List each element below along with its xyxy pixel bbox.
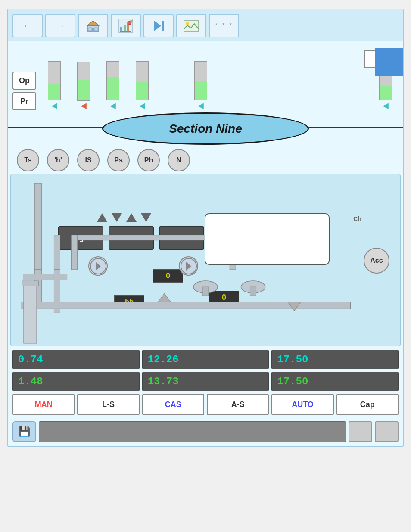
svg-rect-20 <box>54 235 60 270</box>
man-btn[interactable]: MAN <box>12 394 75 415</box>
chart-btn[interactable] <box>111 14 141 37</box>
instrument-col-2: ◀ <box>71 62 97 110</box>
cap-btn[interactable]: Cap <box>336 394 399 415</box>
sensor-ts[interactable]: Ts <box>17 149 39 171</box>
svg-rect-26 <box>250 287 256 296</box>
instrument-row: Op Pr ◀ ◀ ◀ ◀ <box>8 41 403 110</box>
bar-4 <box>136 61 149 100</box>
instrument-col-5: ◀ <box>188 61 214 110</box>
bar-fill-1 <box>48 84 60 100</box>
svg-rect-3 <box>89 28 92 31</box>
sensor-is[interactable]: IS <box>77 149 100 171</box>
bar-2 <box>77 62 90 101</box>
data-val-1[interactable]: 0.74 <box>12 350 140 369</box>
bar-fill-6 <box>380 86 392 100</box>
section-title: Section Nine <box>169 122 242 136</box>
main-container: ← → <box>7 9 404 447</box>
arrow-1: ◀ <box>51 101 57 110</box>
arrow-red-2: ◀ <box>81 101 87 110</box>
svg-marker-27 <box>158 293 171 302</box>
svg-marker-1 <box>87 21 99 26</box>
op-pr-buttons: Op Pr <box>12 72 36 110</box>
pump-2 <box>179 256 198 276</box>
pump-1 <box>88 256 108 276</box>
data-val-6[interactable]: 17.50 <box>271 372 399 391</box>
forward-btn[interactable]: → <box>45 14 75 37</box>
bar-3 <box>106 61 119 100</box>
blue-square-indicator <box>375 48 403 76</box>
arrow-5: ◀ <box>198 101 204 110</box>
as-btn[interactable]: A-S <box>207 394 269 415</box>
sensor-ph[interactable]: Ph <box>137 149 160 171</box>
data-displays: 0.74 12.26 17.50 1.48 13.73 17.50 <box>8 350 403 394</box>
popup-box <box>205 213 330 265</box>
svg-marker-13 <box>154 21 161 31</box>
arrow-3: ◀ <box>110 101 116 110</box>
svg-rect-14 <box>162 21 164 31</box>
home-btn[interactable] <box>78 14 108 37</box>
bar-1 <box>48 61 61 100</box>
instrument-col-3: ◀ <box>100 61 126 110</box>
svg-rect-24 <box>202 287 209 296</box>
bar-fill-2 <box>78 80 90 100</box>
data-val-4[interactable]: 1.48 <box>12 372 140 391</box>
svg-point-16 <box>186 22 189 25</box>
svg-rect-4 <box>94 28 97 31</box>
diagram-area: Stg 1 #2 #3 RUN Acc Ch 0 0 55 <box>10 174 401 346</box>
op-button[interactable]: Op <box>12 72 36 90</box>
status-bar: 💾 <box>8 419 403 446</box>
svg-rect-17 <box>34 183 41 270</box>
sensor-labels-row: Ts 'h' IS Ps Ph N <box>8 149 403 171</box>
instrument-col-4: ◀ <box>129 61 155 110</box>
svg-rect-6 <box>120 27 122 31</box>
status-btn-1[interactable] <box>349 421 372 442</box>
section-title-row: Section Nine <box>8 110 403 149</box>
play-btn[interactable] <box>143 14 174 37</box>
bar-fill-4 <box>136 82 148 100</box>
svg-rect-30 <box>72 235 78 270</box>
data-val-2[interactable]: 12.26 <box>142 350 269 369</box>
status-btn-2[interactable] <box>375 421 399 442</box>
svg-rect-22 <box>22 302 350 309</box>
svg-rect-7 <box>124 25 126 31</box>
section-ellipse: Section Nine <box>102 112 309 145</box>
ls-btn[interactable]: L-S <box>77 394 139 415</box>
sensor-n[interactable]: N <box>168 149 190 171</box>
svg-rect-32 <box>24 283 37 343</box>
svg-rect-19 <box>24 274 67 280</box>
data-val-3[interactable]: 17.50 <box>271 350 399 369</box>
image-btn[interactable] <box>176 14 206 37</box>
bar-fill-3 <box>107 77 119 100</box>
nav-bar: ← → <box>8 9 403 41</box>
cas-btn[interactable]: CAS <box>142 394 204 415</box>
pr-button[interactable]: Pr <box>12 92 36 110</box>
control-buttons-row: MAN L-S CAS A-S AUTO Cap <box>8 394 403 419</box>
arrow-4: ◀ <box>139 101 145 110</box>
more-btn[interactable]: * * * <box>209 14 239 37</box>
sensor-h[interactable]: 'h' <box>47 149 69 171</box>
status-text-bar <box>39 421 346 442</box>
status-icon: 💾 <box>12 421 36 442</box>
sensor-ps[interactable]: Ps <box>107 149 130 171</box>
data-val-5[interactable]: 13.73 <box>142 372 269 391</box>
auto-btn[interactable]: AUTO <box>271 394 333 415</box>
bar-5 <box>194 61 207 100</box>
arrow-6: ◀ <box>383 101 389 110</box>
bar-fill-5 <box>195 81 207 100</box>
instrument-col-1: ◀ <box>41 61 67 110</box>
svg-rect-33 <box>22 281 38 286</box>
back-btn[interactable]: ← <box>12 14 43 37</box>
